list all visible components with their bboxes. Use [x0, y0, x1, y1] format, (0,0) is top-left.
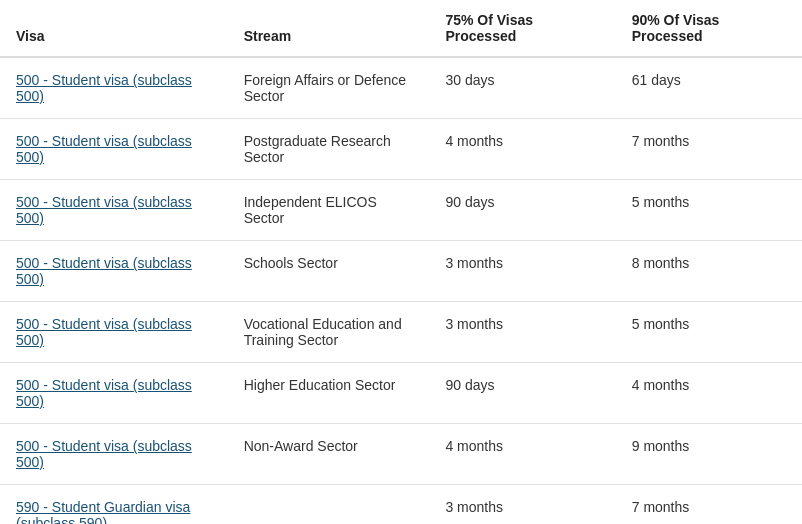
- header-stream: Stream: [228, 0, 430, 57]
- p75-cell: 90 days: [429, 363, 615, 424]
- visa-link[interactable]: 500 - Student visa (subclass 500): [16, 377, 192, 409]
- p75-cell: 90 days: [429, 180, 615, 241]
- table-row: 500 - Student visa (subclass 500)Indepen…: [0, 180, 802, 241]
- p90-cell: 61 days: [616, 57, 802, 119]
- p90-cell: 4 months: [616, 363, 802, 424]
- visa-cell: 500 - Student visa (subclass 500): [0, 57, 228, 119]
- visa-link[interactable]: 500 - Student visa (subclass 500): [16, 133, 192, 165]
- table-row: 500 - Student visa (subclass 500)Non-Awa…: [0, 424, 802, 485]
- header-75pct: 75% Of Visas Processed: [429, 0, 615, 57]
- stream-cell: Non-Award Sector: [228, 424, 430, 485]
- table-row: 500 - Student visa (subclass 500)Vocatio…: [0, 302, 802, 363]
- p75-cell: 3 months: [429, 485, 615, 525]
- visa-link[interactable]: 500 - Student visa (subclass 500): [16, 194, 192, 226]
- p75-cell: 3 months: [429, 302, 615, 363]
- visa-cell: 500 - Student visa (subclass 500): [0, 424, 228, 485]
- p75-cell: 4 months: [429, 119, 615, 180]
- table-row: 500 - Student visa (subclass 500)Postgra…: [0, 119, 802, 180]
- stream-cell: Higher Education Sector: [228, 363, 430, 424]
- visa-cell: 500 - Student visa (subclass 500): [0, 180, 228, 241]
- visa-link[interactable]: 500 - Student visa (subclass 500): [16, 72, 192, 104]
- stream-cell: Schools Sector: [228, 241, 430, 302]
- visa-cell: 590 - Student Guardian visa (subclass 59…: [0, 485, 228, 525]
- table-row: 500 - Student visa (subclass 500)Higher …: [0, 363, 802, 424]
- visa-cell: 500 - Student visa (subclass 500): [0, 363, 228, 424]
- p90-cell: 5 months: [616, 180, 802, 241]
- visa-cell: 500 - Student visa (subclass 500): [0, 119, 228, 180]
- table-row: 500 - Student visa (subclass 500)Foreign…: [0, 57, 802, 119]
- p90-cell: 5 months: [616, 302, 802, 363]
- visa-cell: 500 - Student visa (subclass 500): [0, 302, 228, 363]
- header-visa: Visa: [0, 0, 228, 57]
- header-90pct: 90% Of Visas Processed: [616, 0, 802, 57]
- visa-link[interactable]: 500 - Student visa (subclass 500): [16, 316, 192, 348]
- visa-link[interactable]: 590 - Student Guardian visa (subclass 59…: [16, 499, 190, 524]
- stream-cell: Postgraduate Research Sector: [228, 119, 430, 180]
- p90-cell: 8 months: [616, 241, 802, 302]
- stream-cell: Vocational Education and Training Sector: [228, 302, 430, 363]
- p75-cell: 3 months: [429, 241, 615, 302]
- stream-cell: Independent ELICOS Sector: [228, 180, 430, 241]
- p90-cell: 7 months: [616, 485, 802, 525]
- p90-cell: 9 months: [616, 424, 802, 485]
- stream-cell: [228, 485, 430, 525]
- visa-link[interactable]: 500 - Student visa (subclass 500): [16, 255, 192, 287]
- table-row: 590 - Student Guardian visa (subclass 59…: [0, 485, 802, 525]
- p75-cell: 4 months: [429, 424, 615, 485]
- visa-cell: 500 - Student visa (subclass 500): [0, 241, 228, 302]
- visa-link[interactable]: 500 - Student visa (subclass 500): [16, 438, 192, 470]
- table-row: 500 - Student visa (subclass 500)Schools…: [0, 241, 802, 302]
- p75-cell: 30 days: [429, 57, 615, 119]
- visa-processing-table: Visa Stream 75% Of Visas Processed 90% O…: [0, 0, 802, 524]
- p90-cell: 7 months: [616, 119, 802, 180]
- stream-cell: Foreign Affairs or Defence Sector: [228, 57, 430, 119]
